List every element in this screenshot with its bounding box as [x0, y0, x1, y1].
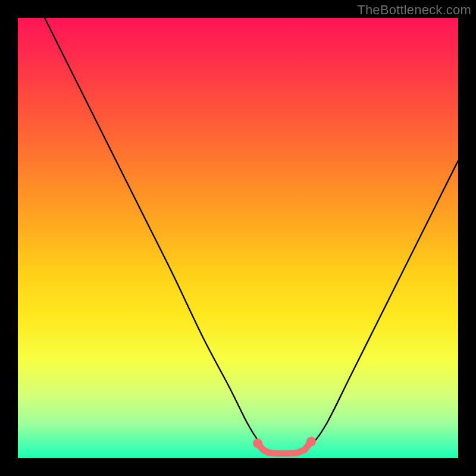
bottom-markers-group	[253, 437, 316, 453]
bottom-marker-dot	[253, 439, 262, 448]
watermark-text: TheBottleneck.com	[357, 2, 471, 18]
bottleneck-curve	[45, 18, 458, 453]
plot-area	[18, 18, 458, 458]
bottom-marker-dot	[306, 437, 316, 446]
chart-frame: TheBottleneck.com	[0, 0, 476, 476]
bottom-markers-connector	[258, 441, 311, 453]
chart-svg	[18, 18, 458, 458]
